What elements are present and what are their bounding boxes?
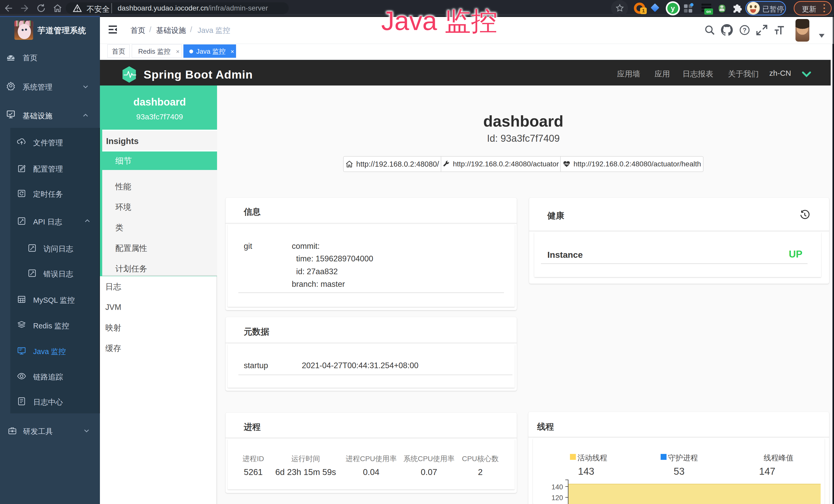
svg-text:?: ? (743, 27, 747, 33)
